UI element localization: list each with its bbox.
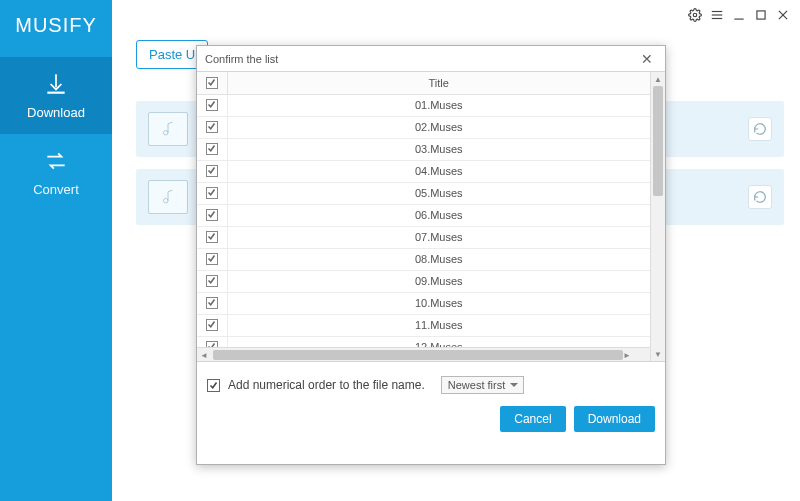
cancel-button[interactable]: Cancel (500, 406, 565, 432)
track-row[interactable]: 06.Muses (197, 204, 650, 226)
download-button[interactable]: Download (574, 406, 655, 432)
sort-select[interactable]: Newest first (441, 376, 524, 394)
app-brand: MUSIFY (15, 14, 97, 37)
track-checkbox[interactable] (206, 209, 218, 221)
track-checkbox[interactable] (206, 121, 218, 133)
music-thumb-icon (148, 180, 188, 214)
track-row[interactable]: 07.Muses (197, 226, 650, 248)
dialog-titlebar: Confirm the list ✕ (197, 46, 665, 72)
scroll-right-arrow-icon[interactable]: ► (620, 348, 634, 361)
track-checkbox[interactable] (206, 297, 218, 309)
track-row[interactable]: 03.Muses (197, 138, 650, 160)
track-row[interactable]: 12.Muses (197, 336, 650, 347)
refresh-button[interactable] (748, 185, 772, 209)
scroll-up-arrow-icon[interactable]: ▲ (651, 72, 665, 86)
track-list: Title 01.Muses02.Muses03.Muses04.Muses05… (197, 72, 650, 361)
track-row[interactable]: 05.Muses (197, 182, 650, 204)
track-title: 12.Muses (227, 336, 650, 347)
track-title: 07.Muses (227, 226, 650, 248)
add-numerical-label: Add numerical order to the file name. (228, 378, 425, 392)
options-row: Add numerical order to the file name. Ne… (197, 362, 665, 400)
select-all-header[interactable] (197, 72, 227, 94)
track-row[interactable]: 11.Muses (197, 314, 650, 336)
track-title: 03.Muses (227, 138, 650, 160)
svg-rect-5 (757, 11, 765, 19)
horizontal-scrollbar[interactable]: ◄ ► (197, 347, 650, 361)
svg-point-9 (164, 131, 169, 136)
track-title: 02.Muses (227, 116, 650, 138)
track-row[interactable]: 09.Muses (197, 270, 650, 292)
scroll-left-arrow-icon[interactable]: ◄ (197, 348, 211, 361)
scroll-down-arrow-icon[interactable]: ▼ (651, 347, 665, 361)
scroll-thumb[interactable] (213, 350, 623, 360)
track-checkbox[interactable] (206, 143, 218, 155)
track-row[interactable]: 10.Muses (197, 292, 650, 314)
track-title: 06.Muses (227, 204, 650, 226)
track-checkbox[interactable] (206, 165, 218, 177)
sidebar-item-label: Download (27, 105, 85, 120)
track-title: 08.Muses (227, 248, 650, 270)
column-header-title: Title (227, 72, 650, 94)
track-title: 09.Muses (227, 270, 650, 292)
sidebar-item-download[interactable]: Download (0, 57, 112, 134)
track-checkbox[interactable] (206, 231, 218, 243)
maximize-icon[interactable] (754, 8, 768, 22)
refresh-button[interactable] (748, 117, 772, 141)
svg-point-10 (164, 199, 169, 204)
track-checkbox[interactable] (206, 187, 218, 199)
menu-icon[interactable] (710, 8, 724, 22)
track-title: 05.Muses (227, 182, 650, 204)
checkbox-icon[interactable] (206, 77, 218, 89)
music-thumb-icon (148, 112, 188, 146)
track-title: 11.Muses (227, 314, 650, 336)
gear-icon[interactable] (688, 8, 702, 22)
close-icon[interactable] (776, 8, 790, 22)
add-numerical-checkbox[interactable] (207, 379, 220, 392)
track-checkbox[interactable] (206, 275, 218, 287)
dialog-title: Confirm the list (205, 53, 278, 65)
minimize-icon[interactable] (732, 8, 746, 22)
sidebar-item-convert[interactable]: Convert (0, 134, 112, 211)
track-title: 01.Muses (227, 94, 650, 116)
svg-rect-8 (47, 92, 64, 94)
dialog-close-icon[interactable]: ✕ (637, 51, 657, 67)
svg-point-0 (693, 13, 697, 17)
scroll-thumb[interactable] (653, 86, 663, 196)
sidebar: MUSIFY Download Convert (0, 0, 112, 501)
track-checkbox[interactable] (206, 99, 218, 111)
track-row[interactable]: 08.Muses (197, 248, 650, 270)
track-row[interactable]: 02.Muses (197, 116, 650, 138)
track-title: 10.Muses (227, 292, 650, 314)
window-controls (688, 8, 790, 22)
vertical-scrollbar[interactable]: ▲ ▼ (650, 72, 665, 361)
track-row[interactable]: 04.Muses (197, 160, 650, 182)
track-title: 04.Muses (227, 160, 650, 182)
track-checkbox[interactable] (206, 319, 218, 331)
track-checkbox[interactable] (206, 253, 218, 265)
track-row[interactable]: 01.Muses (197, 94, 650, 116)
sidebar-item-label: Convert (33, 182, 79, 197)
confirm-list-dialog: Confirm the list ✕ Title 01.Muses02.Mus (196, 45, 666, 465)
